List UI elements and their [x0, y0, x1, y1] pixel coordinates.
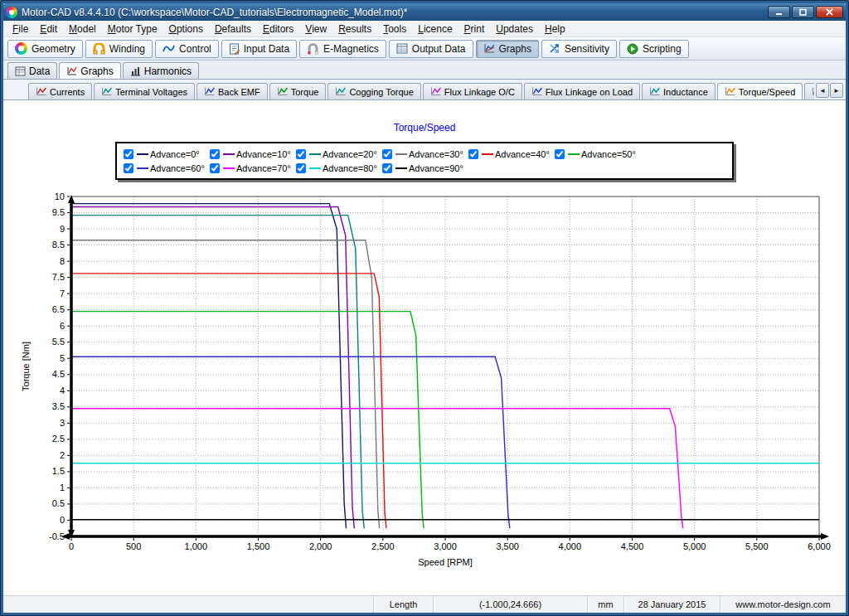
- y-tick-label: 4: [60, 386, 65, 395]
- legend-checkbox[interactable]: [124, 163, 133, 173]
- minimize-button[interactable]: [768, 6, 790, 18]
- legend-item-advance-80[interactable]: Advance=80°: [296, 161, 382, 175]
- tab-label: Data: [29, 65, 50, 77]
- toolbar-button-label: Geometry: [32, 43, 75, 55]
- tab-data[interactable]: Data: [7, 62, 57, 79]
- legend-checkbox[interactable]: [210, 163, 220, 173]
- legend-item-advance-50[interactable]: Advance=50°: [555, 147, 641, 161]
- menu-item-help[interactable]: Help: [539, 22, 571, 36]
- y-tick-label: 0.5: [52, 498, 65, 508]
- torque-speed-chart: 05001,0001,5002,0002,5003,0003,5004,0004…: [18, 190, 831, 571]
- menu-item-motor-type[interactable]: Motor Type: [102, 22, 163, 36]
- tab-currents[interactable]: Currents: [28, 83, 92, 99]
- legend-item-advance-20[interactable]: Advance=20°: [296, 147, 382, 161]
- y-axis-title: Torque [Nm]: [21, 342, 31, 391]
- series-advance-30: [71, 240, 380, 529]
- close-button[interactable]: [816, 6, 843, 18]
- y-tick-label: 2.5: [52, 434, 65, 444]
- tab-scroll-left-button[interactable]: ◄: [816, 83, 829, 98]
- toolbar-button-input-data[interactable]: Input Data: [221, 40, 297, 58]
- menu-item-edit[interactable]: Edit: [34, 22, 63, 36]
- menu-item-tools[interactable]: Tools: [377, 22, 412, 36]
- y-tick-label: 7: [60, 289, 65, 298]
- tab-scroll-right-button[interactable]: ►: [830, 83, 843, 98]
- toolbar-button-label: Scripting: [643, 43, 682, 55]
- y-tick-label: 0: [60, 515, 65, 525]
- tab-label: Inductance: [663, 87, 708, 97]
- toolbar-button-sensitivity[interactable]: Sensitivity: [541, 40, 617, 58]
- tab-harmonics[interactable]: Harmonics: [123, 62, 199, 79]
- tab-torque[interactable]: Torque: [269, 83, 327, 99]
- toolbar-button-geometry[interactable]: Geometry: [7, 40, 83, 58]
- legend-checkbox[interactable]: [296, 149, 306, 159]
- legend-label: Advance=60°: [150, 163, 205, 173]
- status-cursor-coordinates: (-1.000,24.666): [433, 596, 587, 613]
- tab-inductance[interactable]: Inductance: [642, 83, 716, 99]
- toolbar-button-graphs[interactable]: Graphs: [476, 40, 539, 58]
- chart-icon: [649, 87, 660, 96]
- x-tick-label: 3,000: [434, 541, 457, 551]
- winding-icon: [93, 43, 105, 55]
- x-tick-label: 3,500: [496, 541, 519, 551]
- menu-item-model[interactable]: Model: [63, 22, 102, 36]
- chart-icon: [101, 87, 112, 96]
- menu-item-options[interactable]: Options: [163, 22, 209, 36]
- legend-checkbox[interactable]: [124, 149, 133, 159]
- menu-item-file[interactable]: File: [7, 22, 34, 36]
- toolbar-button-output-data[interactable]: Output Data: [389, 40, 473, 58]
- menu-item-print[interactable]: Print: [458, 22, 491, 36]
- legend-checkbox[interactable]: [468, 149, 478, 159]
- legend-item-advance-40[interactable]: Advance=40°: [468, 147, 555, 161]
- y-tick-label: 6.5: [52, 304, 65, 314]
- legend-checkbox[interactable]: [210, 149, 220, 159]
- maximize-button[interactable]: [792, 6, 814, 18]
- legend-checkbox[interactable]: [296, 163, 306, 173]
- chart-canvas[interactable]: 05001,0001,5002,0002,5003,0003,5004,0004…: [18, 190, 831, 574]
- window-title: Motor-CAD v8.4.4.10 (C:\workspace\Motor-…: [22, 7, 408, 18]
- legend-item-advance-60[interactable]: Advance=60°: [124, 161, 210, 175]
- menu-item-updates[interactable]: Updates: [490, 22, 539, 36]
- y-tick-label: 10: [55, 192, 65, 201]
- toolbar-button-label: Sensitivity: [565, 43, 609, 55]
- toolbar-button-control[interactable]: Control: [155, 40, 219, 58]
- tab-terminal-voltages[interactable]: Terminal Voltages: [94, 83, 195, 99]
- menu-item-view[interactable]: View: [299, 22, 332, 36]
- legend-checkbox[interactable]: [555, 149, 565, 159]
- legend-checkbox[interactable]: [382, 163, 392, 173]
- legend-item-advance-10[interactable]: Advance=10°: [210, 147, 296, 161]
- toolbar-button-e-magnetics[interactable]: E-Magnetics: [299, 40, 386, 58]
- tab-torque-speed[interactable]: Torque/Speed: [717, 83, 803, 99]
- legend-item-advance-0[interactable]: Advance=0°: [124, 147, 210, 161]
- tab-flux-linkage-on-load[interactable]: Flux Linkage on Load: [524, 83, 640, 99]
- control-icon: [163, 43, 175, 54]
- menu-item-results[interactable]: Results: [332, 22, 377, 36]
- legend-label: Advance=50°: [581, 149, 636, 159]
- toolbar-button-label: Input Data: [244, 43, 289, 55]
- title-bar[interactable]: Motor-CAD v8.4.4.10 (C:\workspace\Motor-…: [3, 3, 846, 21]
- legend-label: Advance=80°: [323, 163, 377, 173]
- legend-line-sample: [395, 153, 407, 155]
- x-tick-label: 500: [126, 541, 141, 551]
- legend-item-advance-30[interactable]: Advance=30°: [382, 147, 468, 161]
- chart-icon: [531, 87, 542, 96]
- x-tick-label: 1,500: [247, 541, 270, 551]
- legend-line-sample: [223, 167, 235, 169]
- tab-graphs[interactable]: Graphs: [59, 62, 120, 79]
- legend-item-advance-70[interactable]: Advance=70°: [210, 161, 296, 175]
- tab-cogging-torque[interactable]: Cogging Torque: [327, 83, 420, 99]
- toolbar-button-scripting[interactable]: Scripting: [619, 40, 689, 58]
- menu-item-defaults[interactable]: Defaults: [209, 22, 257, 36]
- series-advance-0: [71, 204, 347, 529]
- toolbar-button-label: Control: [179, 43, 211, 55]
- geometry-icon: [15, 42, 27, 55]
- legend-item-advance-90[interactable]: Advance=90°: [382, 161, 468, 175]
- app-icon: [6, 7, 17, 18]
- menu-item-editors[interactable]: Editors: [257, 22, 299, 36]
- tab-back-emf[interactable]: Back EMF: [196, 83, 268, 99]
- menu-item-licence[interactable]: Licence: [412, 22, 458, 36]
- toolbar-button-winding[interactable]: Winding: [85, 40, 153, 58]
- tab-flux-linkage-o-c[interactable]: Flux Linkage O/C: [423, 83, 522, 99]
- y-tick-label: 8: [60, 256, 65, 266]
- tab-power[interactable]: Power: [804, 83, 814, 99]
- legend-checkbox[interactable]: [382, 149, 392, 159]
